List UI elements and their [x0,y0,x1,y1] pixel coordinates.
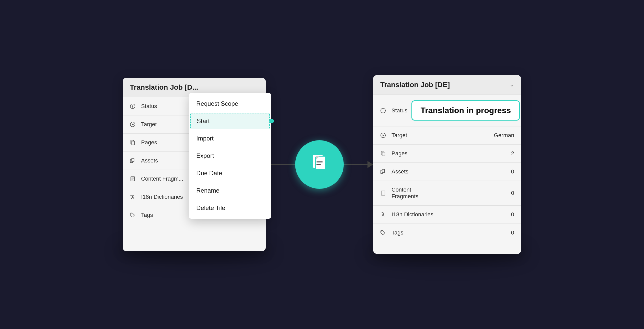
logo-icon [307,152,332,177]
right-row-i18n: I18n Dictionaries 0 [373,206,521,224]
play-icon-right [380,133,387,138]
right-status-label: Status [392,107,407,114]
right-card: Translation Job [DE] ⌄ i Status Translat… [373,75,521,254]
right-row-content: ContentFragments 0 [373,181,521,206]
right-content-value: 0 [511,190,514,196]
right-pages-label: Pages [392,150,507,157]
dropdown-export[interactable]: Export [189,147,271,165]
right-row-status: i Status Translation in progress [373,95,521,126]
right-section: Translation Job [DE] ⌄ i Status Translat… [373,75,521,254]
right-target-label: Target [392,132,490,139]
tags-icon-right [380,230,387,236]
pages-icon [130,140,137,145]
assets-icon [130,158,137,163]
svg-point-29 [382,231,382,232]
svg-marker-20 [383,134,384,136]
dropdown-due-date[interactable]: Due Date [189,165,271,182]
i18n-icon-right [380,212,387,217]
play-icon [130,122,137,127]
left-section: Translation Job [D... i Status Target [123,78,266,251]
svg-rect-24 [382,169,384,173]
right-assets-label: Assets [392,168,507,175]
svg-marker-3 [132,123,134,125]
right-content-label: ContentFragments [392,186,507,200]
right-assets-value: 0 [511,168,514,175]
pages-icon-right [380,151,387,156]
assets-icon-right [380,169,387,174]
left-card: Translation Job [D... i Status Target [123,78,266,251]
right-tags-label: Tags [392,229,507,236]
right-i18n-value: 0 [511,211,514,218]
svg-rect-5 [132,141,134,145]
connector-arrow [367,161,373,168]
dropdown-rename[interactable]: Rename [189,182,271,199]
right-row-target: Target German [373,126,521,145]
right-row-pages: Pages 2 [373,145,521,163]
svg-rect-22 [382,152,385,156]
main-layout: Translation Job [D... i Status Target [123,75,521,254]
dropdown-request-scope[interactable]: Request Scope [189,95,271,112]
left-card-title: Translation Job [D... [130,83,198,91]
right-row-assets: Assets 0 [373,163,521,181]
right-tags-value: 0 [511,229,514,236]
i18n-icon [130,194,137,200]
status-badge: Translation in progress [411,100,520,121]
right-card-rows: i Status Translation in progress Target … [373,95,521,242]
right-row-tags: Tags 0 [373,224,521,242]
right-pages-value: 2 [511,150,514,157]
svg-point-12 [131,214,132,214]
tags-icon [130,212,137,218]
dropdown-delete-tile[interactable]: Delete Tile [189,199,271,217]
content-icon-right [380,190,387,196]
chevron-down-icon: ⌄ [510,81,514,88]
right-i18n-label: I18n Dictionaries [392,211,507,218]
svg-rect-7 [132,158,134,162]
info-icon-right: i [380,108,387,113]
right-card-title: Translation Job [DE] [380,81,450,89]
right-target-value: German [494,132,514,139]
dropdown-menu: Request Scope Start Import Export Due Da… [189,93,271,219]
dropdown-import[interactable]: Import [189,130,271,147]
svg-text:i: i [132,104,133,108]
logo-circle [295,140,344,189]
middle-connector [266,154,373,175]
content-icon [130,176,137,182]
svg-text:i: i [383,109,384,112]
svg-rect-16 [316,164,321,165]
info-icon: i [130,103,137,109]
svg-rect-15 [316,161,323,162]
dropdown-start[interactable]: Start [190,113,270,129]
right-card-header: Translation Job [DE] ⌄ [373,75,521,95]
